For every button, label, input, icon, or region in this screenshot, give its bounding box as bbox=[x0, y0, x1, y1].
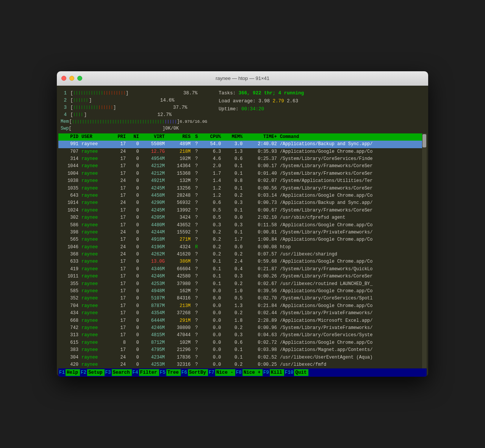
cpu-bar-4-green: |||| bbox=[73, 112, 83, 118]
table-row[interactable]: 383raynee1704795M21296?0.00.10:03.98/App… bbox=[58, 346, 427, 354]
swp-label: Swp bbox=[61, 125, 69, 132]
f1-label: Help bbox=[66, 369, 80, 376]
table-row[interactable]: 314raynee1704954M102M?4.60.60:25.37/Syst… bbox=[58, 155, 427, 163]
table-row[interactable]: 707raynee24012.7G218M?6.31.30:35.93/Appl… bbox=[58, 148, 427, 155]
cpu-num-4: 4 bbox=[61, 111, 67, 118]
cpu-bars: 1 [ |||||||||||| ||||||||| ] 38.7% 2 [ |… bbox=[61, 89, 207, 133]
scrollbar[interactable] bbox=[422, 133, 427, 369]
table-row[interactable]: 704raynee1708787M213M?0.01.30:21.84/Appl… bbox=[58, 302, 427, 310]
f3-key: F3 bbox=[105, 369, 112, 376]
f8-key: F8 bbox=[235, 369, 242, 376]
table-row[interactable]: 991raynee1705508M489M?54.03.02:40.02/App… bbox=[58, 141, 427, 148]
mem-bar-blue: ||||| bbox=[164, 119, 177, 125]
f5-key: F5 bbox=[159, 369, 166, 376]
tasks-count: 366, 922 thr; bbox=[238, 91, 278, 96]
col-header-cpu: CPU% bbox=[201, 133, 222, 141]
tasks-label: Tasks: bbox=[219, 91, 239, 96]
cpu-row-1: 1 [ |||||||||||| ||||||||| ] 38.7% bbox=[61, 90, 207, 97]
footer-f1[interactable]: F1 Help bbox=[58, 369, 80, 376]
table-row[interactable]: 398raynee2404244M15592?0.20.10:00.81/Sys… bbox=[58, 229, 427, 236]
col-header-user: USER bbox=[80, 133, 110, 141]
maximize-button[interactable] bbox=[77, 76, 82, 81]
close-button[interactable] bbox=[61, 76, 66, 81]
table-row[interactable]: 355raynee1704253M37980?0.10.20:02.67/usr… bbox=[58, 280, 427, 288]
table-row[interactable]: 585raynee1704948M162M?0.01.00:39.56/Appl… bbox=[58, 288, 427, 295]
table-row[interactable]: 1044raynee1704212M14364?2.00.10:00.17/Sy… bbox=[58, 163, 427, 170]
table-row[interactable]: 420raynee2404253M32316?0.00.20:00.25/usr… bbox=[58, 361, 427, 368]
load-5: 2.79 bbox=[272, 99, 287, 104]
f4-key: F4 bbox=[132, 369, 139, 376]
table-row[interactable]: 1004raynee1704212M15368?1.70.10:01.40/Sy… bbox=[58, 170, 427, 177]
table-row[interactable]: 1046raynee2404196M4324R0.20.00:00.08htop bbox=[58, 244, 427, 251]
table-row[interactable]: 352raynee1705107M84316?0.00.50:02.70/Sys… bbox=[58, 295, 427, 302]
table-row[interactable]: 1035raynee1704245M13256?1.20.10:00.56/Sy… bbox=[58, 185, 427, 192]
footer-f3[interactable]: F3 Search bbox=[105, 369, 132, 376]
footer-f8[interactable]: F8 Nice + bbox=[235, 369, 263, 376]
process-list: 991raynee1705508M489M?54.03.02:40.02/App… bbox=[58, 141, 427, 368]
table-row[interactable]: 633raynee17013.0G386M?0.12.40:59.68/Appl… bbox=[58, 258, 427, 265]
load-1: 3.98 bbox=[258, 99, 273, 104]
f7-label: Nice - bbox=[215, 369, 235, 376]
footer-f9[interactable]: F9 Kill bbox=[263, 369, 284, 376]
table-row[interactable]: 368raynee2404262M41620?0.20.20:07.57/usr… bbox=[58, 251, 427, 258]
col-header-ni: NI bbox=[127, 133, 141, 141]
table-row[interactable]: 668raynee1706444M291M?0.01.82:28.89/Appl… bbox=[58, 317, 427, 324]
col-header-virt: VIRT bbox=[141, 133, 166, 141]
swp-row: Swp [ ] 0K/0K bbox=[61, 125, 207, 132]
col-header-s: S bbox=[192, 133, 201, 141]
footer-f5[interactable]: F5 Tree bbox=[159, 369, 181, 376]
table-row[interactable]: 302raynee1704205M3424?0.50.02:02.10/usr/… bbox=[58, 214, 427, 221]
col-header-cmd: Command bbox=[278, 133, 427, 141]
table-row[interactable]: 643raynee1704458M28248?1.20.20:03.14/App… bbox=[58, 192, 427, 199]
minimize-button[interactable] bbox=[69, 76, 74, 81]
table-row[interactable]: 1014raynee2404290M56932?0.60.30:00.73/Ap… bbox=[58, 199, 427, 207]
cpu-row-2: 2 [ |||||| ] 14.6% bbox=[61, 97, 207, 104]
table-row[interactable]: 304raynee2404234M17836?0.00.10:02.52/usr… bbox=[58, 354, 427, 361]
table-row[interactable]: 1024raynee1704245M13992?0.50.10:00.67/Sy… bbox=[58, 207, 427, 214]
f5-label: Tree bbox=[166, 369, 181, 376]
table-row[interactable]: 615raynee808712M102M?0.00.60:02.72/Appli… bbox=[58, 339, 427, 346]
col-header-pri: PRI bbox=[110, 133, 127, 141]
cpu-bar-1-green: |||||||||||| bbox=[73, 90, 103, 96]
table-row[interactable]: 586raynee1704480M43652?0.30.30:11.58/App… bbox=[58, 222, 427, 229]
system-stats: Tasks: 366, 922 thr; 4 running Load aver… bbox=[207, 89, 424, 133]
mem-value: 6.97G/16.0G bbox=[180, 119, 207, 125]
cpu-bar-3-green: |||||||||| bbox=[73, 105, 98, 111]
table-row[interactable]: 419raynee1704346M66604?0.10.40:21.87/Sys… bbox=[58, 266, 427, 273]
terminal-window: raynee — htop — 91×41 1 [ |||||||||||| |… bbox=[57, 71, 428, 377]
f10-key: F10 bbox=[284, 369, 294, 376]
table-row[interactable]: 1011raynee1704246M42580?0.10.30:00.26/Sy… bbox=[58, 273, 427, 280]
table-row[interactable]: 434raynee1704354M37268?0.00.20:02.44/Sys… bbox=[58, 310, 427, 317]
cpu-pct-4: 12.7% bbox=[88, 111, 172, 118]
f2-key: F2 bbox=[80, 369, 87, 376]
cpu-num-2: 2 bbox=[61, 97, 67, 104]
f4-label: Filter bbox=[139, 369, 159, 376]
footer-f7[interactable]: F7 Nice - bbox=[208, 369, 235, 376]
table-row[interactable]: 742raynee1704246M30800?0.00.20:00.96/Sys… bbox=[58, 324, 427, 332]
window-title: raynee — htop — 91×41 bbox=[216, 75, 269, 81]
footer-f2[interactable]: F2 Setup bbox=[80, 369, 105, 376]
f6-label: SortBy bbox=[188, 369, 208, 376]
f6-key: F6 bbox=[181, 369, 188, 376]
footer-f10[interactable]: F10 Quit bbox=[284, 369, 309, 376]
cpu-num-3: 3 bbox=[61, 104, 67, 111]
footer: F1 Help F2 Setup F3 Search F4 Filter F5 … bbox=[58, 368, 427, 377]
table-row[interactable]: 565raynee1704918M271M?0.21.71:00.84/Appl… bbox=[58, 236, 427, 243]
terminal-content: 1 [ |||||||||||| ||||||||| ] 38.7% 2 [ |… bbox=[57, 86, 428, 377]
cpu-bar-1-red: ||||||||| bbox=[103, 90, 125, 96]
uptime-value: 00:34:20 bbox=[241, 107, 264, 112]
table-row[interactable]: 1038raynee2404921M132M?1.40.80:02.07/Sys… bbox=[58, 177, 427, 185]
mem-bar-green: ||||||||||||||||||||||||||||||||||||| bbox=[72, 119, 164, 125]
f2-label: Setup bbox=[87, 369, 105, 376]
col-header-res: RES bbox=[166, 133, 192, 141]
process-table: PID USER PRI NI VIRT RES S CPU% MEM% TIM… bbox=[58, 133, 427, 369]
cpu-pct-2: 14.6% bbox=[92, 97, 174, 104]
footer-f4[interactable]: F4 Filter bbox=[132, 369, 159, 376]
f9-label: Kill bbox=[270, 369, 284, 376]
f8-label: Nice + bbox=[242, 369, 263, 376]
load-15: 2.63 bbox=[287, 99, 298, 104]
process-table-container: PID USER PRI NI VIRT RES S CPU% MEM% TIM… bbox=[58, 133, 427, 369]
footer-f6[interactable]: F6 SortBy bbox=[181, 369, 208, 376]
scrollbar-thumb[interactable] bbox=[422, 134, 426, 147]
table-row[interactable]: 313raynee1704815M47044?0.00.30:04.63/Sys… bbox=[58, 332, 427, 339]
